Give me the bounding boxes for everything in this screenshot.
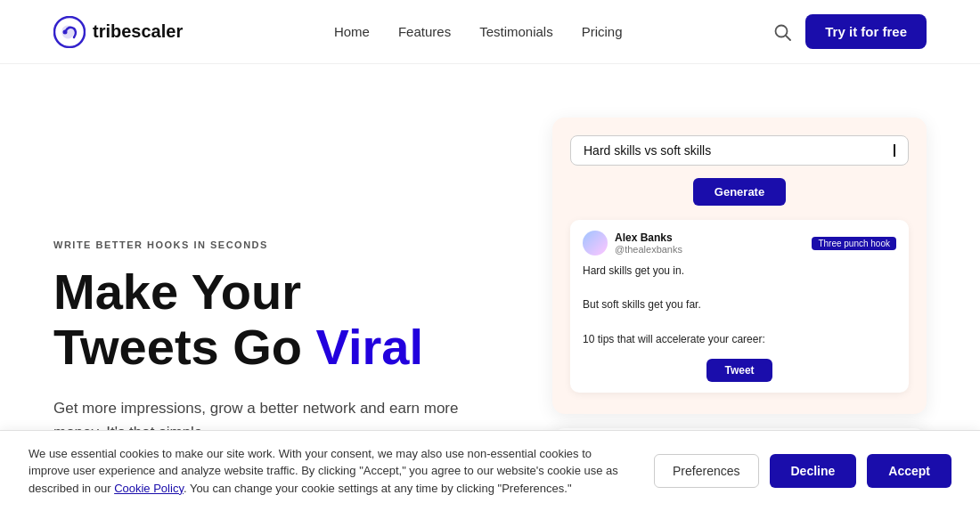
hero-title-plain: Make Your Tweets Go: [53, 264, 316, 375]
nav-links: Home Features Testimonials Pricing: [334, 24, 623, 39]
nav-right: Try it for free: [773, 14, 927, 49]
mockup-input-text: Hard skills vs soft skills: [584, 143, 892, 158]
mockup-badge: Three punch hook: [812, 237, 896, 250]
cookie-text: We use essential cookies to make our sit…: [29, 445, 633, 498]
cookie-buttons: Preferences Decline Accept: [654, 454, 951, 488]
mockup-author-info: Alex Banks @thealexbanks: [615, 231, 682, 255]
logo-link[interactable]: tribescaler: [53, 16, 183, 48]
search-button[interactable]: [773, 23, 791, 41]
mockup-tweet-header: Alex Banks @thealexbanks Three punch hoo…: [583, 231, 896, 256]
navbar: tribescaler Home Features Testimonials P…: [0, 0, 980, 64]
nav-pricing[interactable]: Pricing: [582, 24, 623, 39]
mockup-avatar: [583, 231, 608, 256]
mockup-card-top: Hard skills vs soft skills Generate Alex…: [552, 118, 927, 414]
cookie-policy-link[interactable]: Cookie Policy: [114, 482, 184, 495]
cookie-banner: We use essential cookies to make our sit…: [0, 430, 980, 512]
nav-testimonials[interactable]: Testimonials: [479, 24, 553, 39]
svg-point-1: [63, 29, 68, 34]
logo-text: tribescaler: [93, 21, 183, 42]
nav-features[interactable]: Features: [398, 24, 451, 39]
svg-line-3: [786, 36, 790, 40]
mockup-author-handle: @thealexbanks: [615, 244, 682, 255]
mockup-tweet-author: Alex Banks @thealexbanks: [583, 231, 682, 256]
nav-cta-button[interactable]: Try it for free: [805, 14, 927, 49]
mockup-tweet-preview: Alex Banks @thealexbanks Three punch hoo…: [570, 220, 909, 393]
hero-title: Make Your Tweets Go Viral: [53, 264, 463, 374]
mockup-tweet-button[interactable]: Tweet: [706, 359, 772, 382]
mockup-tweet-body: Hard skills get you in. But soft skills …: [583, 263, 896, 348]
hero-title-accent: Viral: [316, 319, 423, 375]
nav-home[interactable]: Home: [334, 24, 370, 39]
mockup-cursor: [894, 144, 895, 157]
search-icon: [773, 23, 791, 41]
mockup-author-name: Alex Banks: [615, 231, 682, 244]
logo-icon: [53, 16, 86, 48]
mockup-generate-button[interactable]: Generate: [693, 178, 786, 206]
accept-button[interactable]: Accept: [867, 454, 951, 488]
hero-eyebrow: WRITE BETTER HOOKS IN SECONDS: [53, 239, 463, 250]
preferences-button[interactable]: Preferences: [654, 454, 758, 488]
mockup-input-row: Hard skills vs soft skills: [570, 135, 909, 166]
decline-button[interactable]: Decline: [770, 454, 857, 488]
